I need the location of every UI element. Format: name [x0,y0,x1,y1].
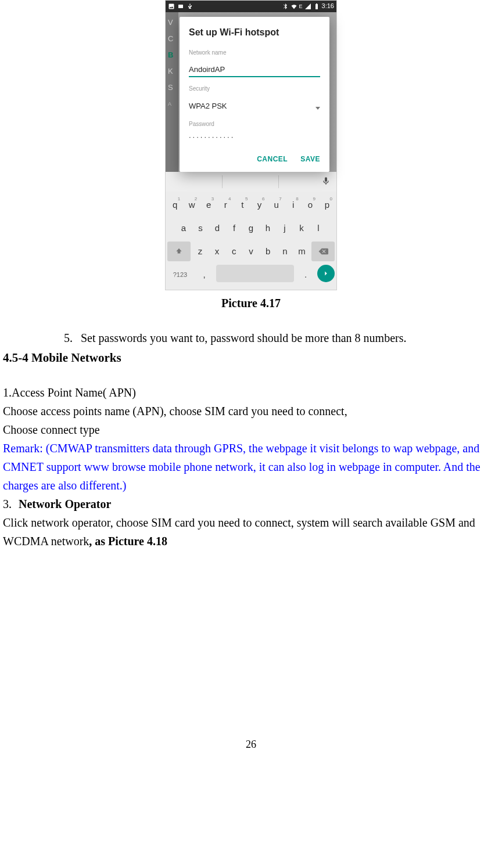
comma-key[interactable]: , [195,265,214,284]
key-v[interactable]: v [243,242,259,261]
key-e[interactable]: e3 [201,195,216,215]
backspace-key[interactable] [311,242,335,261]
network-name-label: Network name [189,48,320,57]
signal-icon [304,3,311,10]
list-item-5: 5. Set passwords you want to, password s… [61,329,499,347]
android-screenshot: E 3:16 V C B K S A Set up Wi-Fi hotspot … [165,0,337,290]
chevron-down-icon [315,107,320,110]
dot-key[interactable]: . [296,265,315,284]
key-t[interactable]: t5 [235,195,250,215]
page-number: 26 [3,736,499,759]
dialog-backdrop: V C B K S A Set up Wi-Fi hotspot Network… [166,12,336,172]
key-u[interactable]: u7 [269,195,284,215]
key-l[interactable]: l [311,218,326,238]
key-g[interactable]: g [243,218,259,238]
separator [222,175,223,188]
figure-caption: Picture 4.17 [3,294,499,312]
remark-text: Remark: (CMWAP transmitters data through… [3,439,499,495]
separator [278,175,279,188]
key-q[interactable]: q1 [167,195,182,215]
key-r[interactable]: r4 [218,195,233,215]
key-w[interactable]: w2 [184,195,199,215]
heading-454: 4.5-4 Mobile Networks [3,348,499,368]
network-name-input[interactable] [189,64,320,77]
key-n[interactable]: n [277,242,292,261]
security-dropdown[interactable]: WPA2 PSK [189,100,320,113]
key-x[interactable]: x [209,242,224,261]
key-z[interactable]: z [192,242,207,261]
list-number-3: 3. [3,495,12,513]
key-a[interactable]: a [176,218,191,238]
key-j[interactable]: j [277,218,292,238]
battery-icon [313,3,320,10]
key-f[interactable]: f [227,218,242,238]
apn-title: 1.Access Point Name( APN) [3,383,499,402]
key-h[interactable]: h [260,218,275,238]
space-key[interactable] [216,265,295,282]
key-d[interactable]: d [210,218,225,238]
list-text: Set passwords you want to, password shou… [81,329,407,347]
key-y[interactable]: y6 [252,195,267,215]
save-button[interactable]: SAVE [300,154,320,165]
key-p[interactable]: p0 [320,195,335,215]
signal-label: E [299,2,303,10]
usb-icon [187,3,193,10]
svg-rect-0 [178,5,183,8]
symbols-key[interactable]: ?123 [167,265,193,284]
password-input[interactable]: ············ [189,130,320,147]
key-k[interactable]: k [294,218,309,238]
wifi-icon [291,3,297,10]
bluetooth-icon [282,3,289,10]
key-m[interactable]: m [295,242,310,261]
status-bar: E 3:16 [166,1,336,12]
security-label: Security [189,84,320,93]
operator-heading: 3. Network Operator [3,495,499,513]
cancel-button[interactable]: CANCEL [257,154,288,165]
shift-key[interactable] [167,242,191,261]
key-i[interactable]: i8 [286,195,301,215]
wifi-hotspot-dialog: Set up Wi-Fi hotspot Network name Securi… [180,17,329,172]
key-s[interactable]: s [193,218,208,238]
key-o[interactable]: o9 [303,195,318,215]
security-value: WPA2 PSK [189,100,227,113]
bg-letters: V C B K S A [168,15,173,112]
apn-line-1: Choose access points name (APN), choose … [3,402,499,420]
image-icon [168,3,175,10]
keyboard-suggestion-strip [166,172,336,192]
key-c[interactable]: c [227,242,242,261]
soft-keyboard: q1w2e3r4t5y6u7i8o9p0 asdfghjkl zxcvbnm ?… [166,192,336,290]
key-b[interactable]: b [260,242,275,261]
enter-key[interactable] [317,265,335,282]
card-icon [177,3,184,10]
password-label: Password [189,120,320,129]
mic-icon[interactable] [321,172,331,191]
operator-title: Network Operator [19,495,111,513]
status-time: 3:16 [322,1,334,12]
dialog-title: Set up Wi-Fi hotspot [189,25,320,40]
operator-text: Click network operator, choose SIM card … [3,513,499,550]
list-number: 5. [61,329,73,347]
apn-line-2: Choose connect type [3,420,499,439]
